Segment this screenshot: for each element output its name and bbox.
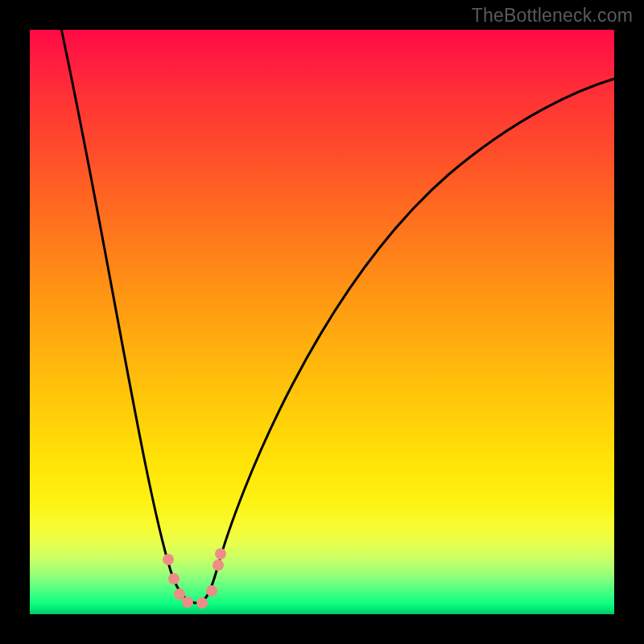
curve-marker <box>196 597 208 609</box>
bottleneck-curve <box>30 30 614 614</box>
curve-marker <box>213 559 224 571</box>
curve-marker <box>206 585 217 597</box>
curve-marker <box>163 554 174 565</box>
curve-marker <box>174 588 185 600</box>
curve-marker <box>215 548 226 559</box>
watermark-text: TheBottleneck.com <box>472 5 633 27</box>
curve-markers <box>163 548 226 609</box>
plot-area <box>30 30 614 614</box>
chart-frame: TheBottleneck.com <box>0 0 644 644</box>
curve-marker <box>168 573 180 584</box>
curve-path <box>58 30 614 603</box>
curve-marker <box>182 597 193 608</box>
